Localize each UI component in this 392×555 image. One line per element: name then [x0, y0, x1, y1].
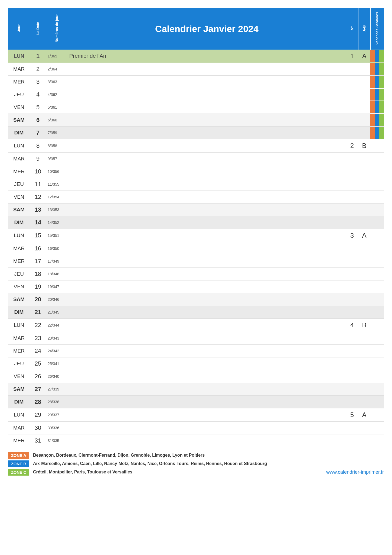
header-n: N°	[350, 25, 354, 32]
vacation-bar-a	[370, 370, 375, 382]
week-ab: A	[358, 408, 370, 421]
calendar-title: Calendrier Janvier 2024	[68, 8, 346, 50]
vacation-bar-b	[375, 332, 380, 344]
day-of-week: SAM	[8, 114, 30, 126]
vacation-bar-b	[375, 50, 380, 62]
day-of-year: 2/364	[46, 63, 68, 75]
event-name	[68, 344, 346, 357]
day-of-year: 18/348	[46, 267, 68, 280]
vacation-bars	[370, 408, 384, 421]
day-of-year: 27/339	[46, 383, 68, 395]
legend-row-b: ZONE B Aix-Marseille, Amiens, Caen, Lill…	[8, 460, 384, 467]
website-url[interactable]: www.calendrier-imprimer.fr	[326, 469, 384, 475]
week-number	[346, 242, 358, 255]
table-row: MAR2323/343	[8, 332, 384, 344]
event-name	[68, 395, 346, 408]
week-ab	[358, 101, 370, 114]
zone-c-badge: ZONE C	[8, 469, 29, 476]
week-ab: A	[358, 229, 370, 242]
vacation-bar-a	[370, 76, 375, 88]
week-ab	[358, 178, 370, 191]
vacation-bar-a	[370, 409, 375, 421]
table-row: SAM2727/339	[8, 383, 384, 395]
week-number	[346, 75, 358, 88]
vacation-bar-a	[370, 127, 375, 139]
week-ab	[358, 395, 370, 408]
day-of-week: VEN	[8, 280, 30, 293]
vacation-bars	[370, 370, 384, 383]
vacation-bars	[370, 88, 384, 101]
vacation-bars	[370, 280, 384, 293]
vacation-bar-a	[370, 89, 375, 101]
header-ab: A-B	[362, 24, 367, 33]
week-ab	[358, 344, 370, 357]
vacation-bar-a	[370, 114, 375, 126]
event-name	[68, 101, 346, 114]
day-of-week: DIM	[8, 126, 30, 139]
week-ab	[358, 434, 370, 447]
week-number	[346, 306, 358, 318]
vacation-bar-b	[375, 153, 380, 165]
event-name	[68, 318, 346, 332]
vacation-bar-b	[375, 345, 380, 357]
week-number: 3	[346, 229, 358, 242]
day-of-week: JEU	[8, 267, 30, 280]
event-name	[68, 165, 346, 178]
day-of-year: 26/340	[46, 370, 68, 383]
day-of-year: 4/362	[46, 88, 68, 101]
vacation-bar-b	[375, 281, 380, 293]
week-ab	[358, 267, 370, 280]
day-of-year: 11/355	[46, 178, 68, 191]
vacation-bar-c	[379, 76, 384, 88]
week-ab	[358, 383, 370, 395]
event-name	[68, 229, 346, 242]
event-name	[68, 408, 346, 421]
vacation-bar-c	[379, 63, 384, 75]
week-ab	[358, 126, 370, 139]
vacation-bar-b	[375, 319, 380, 331]
day-of-week: SAM	[8, 203, 30, 216]
day-of-year: 29/337	[46, 408, 68, 421]
vacation-bar-c	[379, 191, 384, 203]
zone-b-text: Aix-Marseille, Amiens, Caen, Lille, Nanc…	[33, 461, 267, 466]
day-number: 29	[30, 408, 46, 421]
vacation-bar-a	[370, 358, 375, 370]
vacation-bars	[370, 332, 384, 344]
day-number: 28	[30, 395, 46, 408]
week-ab: B	[358, 139, 370, 152]
week-ab	[358, 152, 370, 165]
week-number	[346, 255, 358, 267]
vacation-bar-b	[375, 101, 380, 113]
week-number: 2	[346, 139, 358, 152]
table-row: DIM1414/352	[8, 216, 384, 229]
week-number	[346, 165, 358, 178]
day-of-year: 21/345	[46, 306, 68, 318]
day-of-year: 6/360	[46, 114, 68, 126]
vacation-bar-a	[370, 383, 375, 395]
vacation-bar-c	[379, 166, 384, 178]
week-ab: A	[358, 50, 370, 63]
event-name	[68, 126, 346, 139]
vacation-bar-c	[379, 319, 384, 331]
day-of-year: 9/357	[46, 152, 68, 165]
vacation-bar-a	[370, 243, 375, 254]
table-row: VEN1919/347	[8, 280, 384, 293]
day-of-week: DIM	[8, 306, 30, 318]
week-ab	[358, 242, 370, 255]
day-of-year: 23/343	[46, 332, 68, 344]
vacation-bar-a	[370, 281, 375, 293]
event-name	[68, 242, 346, 255]
day-of-year: 8/358	[46, 139, 68, 152]
day-of-week: LUN	[8, 229, 30, 242]
event-name	[68, 178, 346, 191]
event-name	[68, 88, 346, 101]
vacation-bars	[370, 267, 384, 280]
day-number: 10	[30, 165, 46, 178]
table-row: MAR22/364	[8, 63, 384, 75]
table-row: JEU1818/348	[8, 267, 384, 280]
day-of-year: 17/349	[46, 255, 68, 267]
header-numero: Numéros de jour	[55, 13, 59, 44]
day-of-week: JEU	[8, 357, 30, 370]
week-number: 4	[346, 318, 358, 332]
day-of-week: MER	[8, 344, 30, 357]
